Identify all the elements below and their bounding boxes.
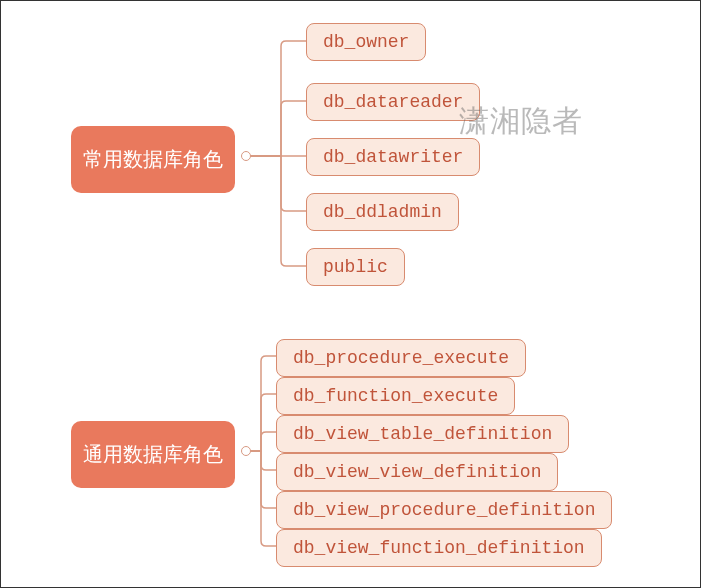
child-label: db_view_table_definition: [293, 424, 552, 444]
child-label: db_datawriter: [323, 147, 463, 167]
child-label: db_view_function_definition: [293, 538, 585, 558]
child-node[interactable]: db_view_view_definition: [276, 453, 558, 491]
child-node[interactable]: db_function_execute: [276, 377, 515, 415]
child-label: db_owner: [323, 32, 409, 52]
child-label: db_procedure_execute: [293, 348, 509, 368]
root-label: 常用数据库角色: [83, 148, 223, 170]
child-node[interactable]: db_view_table_definition: [276, 415, 569, 453]
child-node[interactable]: db_datawriter: [306, 138, 480, 176]
root-node-common[interactable]: 常用数据库角色: [71, 126, 235, 193]
child-label: db_view_view_definition: [293, 462, 541, 482]
child-node[interactable]: db_view_procedure_definition: [276, 491, 612, 529]
child-node[interactable]: db_procedure_execute: [276, 339, 526, 377]
root-label: 通用数据库角色: [83, 443, 223, 465]
toggle-icon[interactable]: [241, 446, 251, 456]
child-node[interactable]: db_ddladmin: [306, 193, 459, 231]
child-label: db_ddladmin: [323, 202, 442, 222]
child-node[interactable]: db_view_function_definition: [276, 529, 602, 567]
diagram-canvas: 常用数据库角色 db_owner db_datareader db_datawr…: [0, 0, 701, 588]
child-label: db_view_procedure_definition: [293, 500, 595, 520]
child-node[interactable]: db_datareader: [306, 83, 480, 121]
child-node[interactable]: public: [306, 248, 405, 286]
toggle-icon[interactable]: [241, 151, 251, 161]
child-label: public: [323, 257, 388, 277]
child-node[interactable]: db_owner: [306, 23, 426, 61]
root-node-general[interactable]: 通用数据库角色: [71, 421, 235, 488]
child-label: db_datareader: [323, 92, 463, 112]
child-label: db_function_execute: [293, 386, 498, 406]
